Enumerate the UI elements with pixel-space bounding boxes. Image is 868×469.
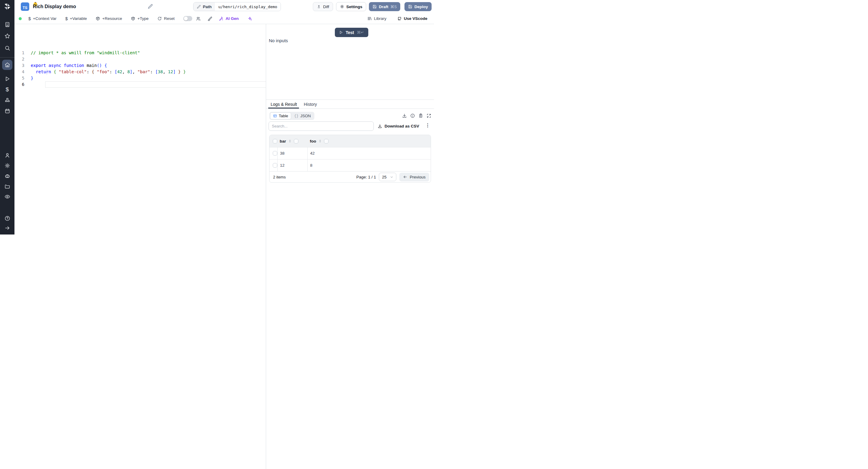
result-actions [402,113,431,118]
sidebar-item-runs[interactable] [0,73,14,84]
previous-page-button[interactable]: Previous [399,173,429,182]
edit-title-pencil-icon[interactable] [148,4,153,9]
windmill-logo-icon[interactable] [3,3,11,10]
draft-button-label: Draft [379,4,389,9]
sidebar-item-settings[interactable] [0,160,14,170]
add-resource-button[interactable]: +Resource [96,16,122,21]
draft-shortcut: ⌘S [391,4,397,9]
preview-panel: Test ⌘↵ No inputs Logs & Result History … [266,24,434,234]
sparkles-icon[interactable] [247,16,252,21]
download-icon [378,124,382,128]
add-resource-label: +Resource [102,16,122,21]
dollar-icon: $ [65,16,68,21]
ai-gen-button[interactable]: AI Gen [219,16,239,21]
code-line-3[interactable]: 3export async function main() { [14,62,266,69]
sidebar-item-workspace[interactable] [0,19,14,30]
format-brush-icon[interactable] [207,16,212,21]
draft-button[interactable]: Draft ⌘S [369,2,400,11]
table-cell: 8 [310,163,313,167]
view-json-button[interactable]: {} JSON [291,114,314,118]
result-table: bar foo 3842128 2 items Page: 1 / 1 25 [269,135,431,183]
path-control[interactable]: Path u/henri/rich_display_demo [193,2,281,11]
typescript-badge-label: TS [23,6,27,10]
add-variable-button[interactable]: $ +Variable [65,16,87,21]
column-foo-checkbox[interactable] [324,139,329,144]
view-table-button[interactable]: Table [270,113,291,119]
select-all-checkbox[interactable] [273,139,277,144]
sidebar-item-variables[interactable]: $ [0,84,14,95]
previous-label: Previous [410,175,426,179]
download-csv-button[interactable]: Download as CSV [378,122,419,131]
use-vscode-button[interactable]: Use VScode [397,16,427,21]
expand-icon[interactable] [427,113,431,118]
sidebar-expand-button[interactable] [0,223,14,233]
sidebar: $ [0,0,14,234]
path-label: Path [203,4,212,9]
users-icon[interactable] [196,16,201,21]
save-icon [408,4,412,9]
view-table-label: Table [279,114,288,118]
sidebar-item-workers[interactable] [0,171,14,181]
sidebar-item-favorites[interactable] [0,31,14,41]
toggle-knob [184,17,188,21]
path-label-section: Path [193,2,215,11]
code-line-1[interactable]: 1// import * as wmill from "windmill-cli… [14,50,266,56]
library-button[interactable]: Library [367,16,386,21]
path-value: u/henri/rich_display_demo [215,2,281,11]
download-result-icon[interactable] [402,113,407,118]
code-line-5[interactable]: 5} [14,75,266,82]
table-row: 128 [270,159,431,171]
ai-gen-label: AI Gen [225,16,239,21]
save-icon [373,4,377,9]
table-icon [273,114,277,118]
table-menu-kebab-icon[interactable]: ⋮ [425,122,430,128]
code-text: export async function main() { [31,62,107,69]
page-indicator: Page: 1 / 1 [356,175,376,179]
line-number: 5 [14,75,31,82]
line-number: 1 [14,50,31,56]
column-header-foo: foo [310,139,316,144]
page-size-value: 25 [382,175,386,179]
column-bar-checkbox[interactable] [294,139,299,144]
code-line-6[interactable]: 6 [14,82,266,88]
code-line-2[interactable]: 2 [14,56,266,62]
line-number: 3 [14,62,31,69]
sidebar-item-users[interactable] [0,150,14,160]
code-line-4[interactable]: 4 return { "table-col": { "foo": [42, 8]… [14,69,266,75]
sort-foo-icon[interactable] [318,139,322,143]
tab-logs-result[interactable]: Logs & Result [271,102,297,107]
code-text: } [31,75,33,82]
reset-button[interactable]: Reset [157,16,175,21]
sidebar-item-schedules[interactable] [0,106,14,116]
settings-button[interactable]: Settings [336,2,366,11]
diff-button[interactable]: Diff [313,2,333,11]
sidebar-item-audit-logs[interactable] [0,191,14,201]
pencil-icon [197,5,201,9]
play-icon [339,30,343,34]
collab-toggle[interactable] [183,16,192,21]
code-editor[interactable]: 1// import * as wmill from "windmill-cli… [14,24,266,234]
sidebar-item-home[interactable] [2,60,12,70]
page-size-select[interactable]: 25 [379,173,396,181]
sidebar-item-folders[interactable] [0,181,14,191]
table-footer: 2 items Page: 1 / 1 25 Previous [270,171,431,182]
info-icon[interactable] [410,113,415,118]
sidebar-item-help[interactable] [0,213,14,223]
sort-bar-icon[interactable] [288,139,292,143]
row-checkbox[interactable] [273,151,277,156]
row-checkbox[interactable] [273,163,277,167]
add-context-var-label: +Context Var [33,16,56,21]
deploy-button[interactable]: Deploy [404,2,432,11]
sidebar-item-search[interactable] [0,43,14,53]
package-icon [131,16,135,21]
search-input[interactable] [269,122,374,131]
add-type-button[interactable]: +Type [131,16,149,21]
library-icon [367,16,372,21]
chevron-down-icon [390,176,393,179]
sidebar-item-resources[interactable] [0,95,14,105]
copy-clipboard-icon[interactable] [418,113,423,118]
add-context-var-button[interactable]: $ +Context Var [28,16,57,21]
result-view-toggle: Table {} JSON [270,112,314,120]
test-button[interactable]: Test ⌘↵ [335,28,368,37]
tab-history[interactable]: History [304,102,317,107]
